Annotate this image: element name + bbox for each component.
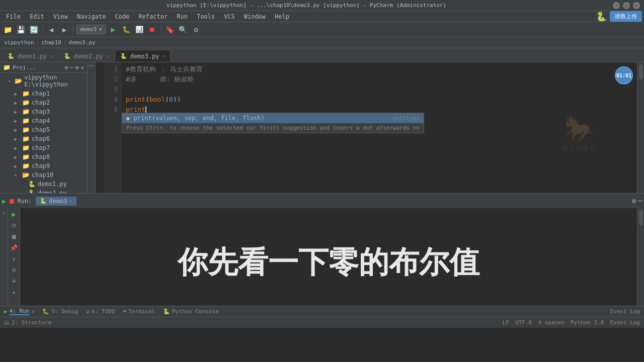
right-scrollbar[interactable]	[637, 62, 644, 193]
run-button[interactable]: ▶	[2, 197, 6, 205]
sidebar-item-vippython[interactable]: ▾ 📂 vippython E:\vippython	[0, 73, 87, 89]
autocomplete-item-print[interactable]: ● print(values, sep, end, file, flush) b…	[122, 113, 424, 123]
menu-window[interactable]: Window	[240, 12, 270, 21]
sidebar-chap4-label: chap4	[32, 117, 50, 124]
tab-debug-label: 5: Debug	[51, 308, 78, 315]
toolbar-save[interactable]: 💾	[15, 24, 26, 35]
console-scroll-icon[interactable]: ↕	[12, 255, 16, 262]
sidebar-item-chap3[interactable]: ▶ 📁 chap3	[0, 107, 87, 116]
status-event-log[interactable]: Event Log	[610, 319, 640, 326]
tab-debug[interactable]: 🐛 5: Debug	[42, 308, 78, 315]
menu-file[interactable]: File	[2, 12, 25, 21]
toolbar-search[interactable]: 🔍	[178, 24, 189, 35]
console-pin2-icon[interactable]: ⊕	[12, 278, 16, 285]
status-encoding[interactable]: UTF-8	[515, 319, 532, 326]
upload-button[interactable]: 拯救上传	[610, 11, 642, 22]
toolbar-open-folder[interactable]: 📁	[2, 24, 13, 35]
console-settings-icon[interactable]: ⚙	[12, 266, 16, 274]
minimize-button[interactable]: ─	[613, 2, 620, 9]
tab-terminal[interactable]: ⌨ Terminal	[123, 308, 155, 315]
menu-view[interactable]: View	[49, 12, 72, 21]
menu-help[interactable]: Help	[271, 12, 293, 21]
autocomplete-hint-arrow: >>	[413, 125, 420, 131]
stop-button[interactable]: ⏹	[8, 197, 15, 205]
chevron-right-icon: ▶	[14, 91, 20, 97]
toolbar-coverage[interactable]: 📊	[134, 24, 145, 35]
sidebar-item-chap5[interactable]: ▶ 📁 chap5	[0, 125, 87, 134]
tab-demo3-close[interactable]: ✕	[162, 53, 165, 59]
tab-run[interactable]: ▶ 4: Run ✕	[4, 308, 34, 315]
tab-demo2-close[interactable]: ✕	[106, 53, 109, 59]
menu-code[interactable]: Code	[111, 12, 134, 21]
sidebar-settings-icon[interactable]: ⚙	[75, 64, 79, 71]
chevron-right-icon-4: ▶	[14, 118, 20, 124]
status-python-version[interactable]: Python 3.8	[571, 319, 604, 326]
status-lf[interactable]: LF	[503, 319, 509, 326]
sidebar-item-chap4[interactable]: ▶ 📁 chap4	[0, 116, 87, 125]
sidebar-item-chap8[interactable]: ▶ 📁 chap8	[0, 152, 87, 161]
menu-refactor[interactable]: Refactor	[134, 12, 172, 21]
console-star-icon[interactable]: ★	[12, 289, 16, 296]
maximize-button[interactable]: □	[623, 2, 630, 9]
sidebar-item-chap6[interactable]: ▶ 📁 chap6	[0, 134, 87, 143]
code-line-2: #讲 师: 杨淑矫	[126, 74, 633, 84]
breadcrumb-chap10[interactable]: chap10	[41, 39, 61, 46]
chevron-right-icon-2: ▶	[14, 100, 20, 106]
menu-vcs[interactable]: VCS	[220, 12, 239, 21]
console-rerun-icon[interactable]: ⟳	[12, 222, 17, 229]
profile-badge[interactable]: 01:01	[615, 66, 633, 84]
toolbar-stop[interactable]: ⏹	[147, 24, 158, 35]
toolbar-debug[interactable]: 🐛	[121, 24, 132, 35]
breadcrumb-demo3[interactable]: demo3.py	[69, 39, 96, 46]
structure-icon[interactable]: 2	[89, 64, 94, 67]
minimize-panel-icon[interactable]: ─	[638, 197, 642, 205]
tab-todo[interactable]: ☑ 6: TODO	[86, 308, 115, 315]
sidebar-item-chap9[interactable]: ▶ 📁 chap9	[0, 161, 87, 170]
scroll-thumb[interactable]	[639, 64, 643, 79]
toolbar-run[interactable]: ▶	[108, 24, 119, 35]
sidebar-item-chap2[interactable]: ▶ 📁 chap2	[0, 98, 87, 107]
python-file-icon-2: 🐍	[64, 53, 71, 59]
status-indent[interactable]: 4 spaces	[538, 319, 565, 326]
tab-demo1-label: demo1.py	[18, 53, 47, 60]
sidebar-item-chap1[interactable]: ▶ 📁 chap1	[0, 89, 87, 98]
toolbar-forward[interactable]: ▶	[59, 24, 70, 35]
console-pin-icon[interactable]: 📌	[10, 244, 18, 251]
menu-run[interactable]: Run	[173, 12, 192, 21]
tab-demo2[interactable]: 🐍 demo2.py ✕	[58, 50, 115, 62]
sidebar-chap3-label: chap3	[32, 108, 50, 115]
run-tab-close[interactable]: ✕	[69, 198, 72, 204]
console-scroll-thumb[interactable]	[639, 210, 643, 225]
sidebar-item-chap10[interactable]: ▾ 📂 chap10	[0, 170, 87, 179]
sidebar-close-icon[interactable]: ✕	[80, 64, 84, 71]
close-button[interactable]: ✕	[633, 2, 640, 9]
toolbar-back[interactable]: ◀	[46, 24, 57, 35]
console-stop-icon[interactable]: ⏹	[11, 233, 17, 240]
sidebar-collapse-icon[interactable]: ─	[70, 64, 73, 71]
console-run-icon[interactable]: ▶	[12, 210, 16, 218]
toolbar-sync[interactable]: 🔄	[28, 24, 39, 35]
run-config-dropdown[interactable]: demo3 ▾	[76, 25, 106, 34]
sidebar-item-demo2[interactable]: 🐍 demo2.py	[0, 189, 87, 193]
tab-python-console[interactable]: 🐍 Python Console	[163, 308, 219, 315]
status-structure[interactable]: 🗂 2: Structure	[4, 319, 51, 326]
menu-edit[interactable]: Edit	[26, 12, 48, 21]
sidebar-item-demo1[interactable]: 🐍 demo1.py	[0, 179, 87, 189]
menu-tools[interactable]: Tools	[193, 12, 219, 21]
event-log-label[interactable]: Event Log	[610, 308, 640, 315]
sidebar-refresh-icon[interactable]: ⚙	[65, 64, 68, 71]
status-right: LF UTF-8 4 spaces Python 3.8 Event Log	[503, 319, 640, 326]
sidebar-item-chap7[interactable]: ▶ 📁 chap7	[0, 143, 87, 152]
sidebar-chap2-label: chap2	[32, 99, 50, 106]
sidebar-demo1-label: demo1.py	[38, 180, 67, 188]
menu-navigate[interactable]: Navigate	[73, 12, 110, 21]
tab-run-close[interactable]: ✕	[31, 309, 34, 314]
gear-icon[interactable]: ⚙	[632, 197, 636, 205]
toolbar-terminal[interactable]: ⚙	[191, 24, 202, 35]
tab-demo1[interactable]: 🐍 demo1.py ✕	[2, 50, 58, 62]
breadcrumb-vippython[interactable]: vippython	[4, 39, 34, 46]
tab-demo1-close[interactable]: ✕	[50, 53, 53, 59]
tab-demo3[interactable]: 🐍 demo3.py ✕	[115, 50, 171, 62]
toolbar-bookmark[interactable]: 🔖	[165, 24, 176, 35]
run-tab-label[interactable]: demo3	[49, 198, 67, 205]
